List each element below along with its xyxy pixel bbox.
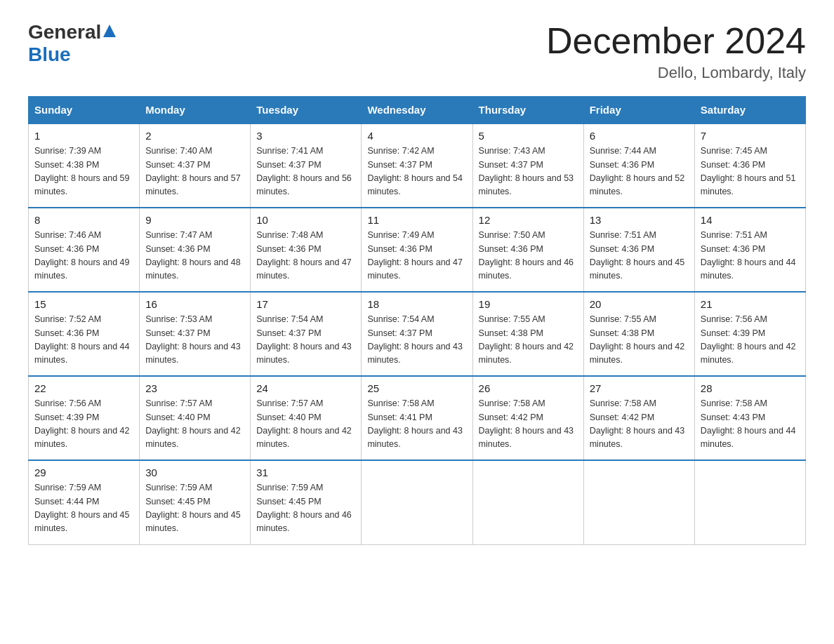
day-number: 17 [256, 298, 355, 310]
month-title: December 2024 [546, 21, 806, 61]
daylight-label: Daylight: 8 hours and 44 minutes. [701, 426, 796, 449]
day-cell: 26 Sunrise: 7:58 AM Sunset: 4:42 PM Dayl… [472, 376, 583, 460]
day-number: 18 [367, 298, 466, 310]
sunset-label: Sunset: 4:39 PM [701, 328, 765, 338]
sunrise-label: Sunrise: 7:50 AM [479, 230, 545, 240]
day-cell [694, 460, 805, 544]
week-row-2: 8 Sunrise: 7:46 AM Sunset: 4:36 PM Dayli… [29, 208, 806, 292]
sunset-label: Sunset: 4:44 PM [34, 497, 99, 507]
day-cell: 24 Sunrise: 7:57 AM Sunset: 4:40 PM Dayl… [251, 376, 362, 460]
sunset-label: Sunset: 4:39 PM [34, 412, 99, 422]
daylight-label: Daylight: 8 hours and 45 minutes. [590, 257, 685, 281]
logo-blue-text: Blue [28, 43, 71, 65]
sunrise-label: Sunrise: 7:48 AM [256, 230, 323, 240]
day-number: 16 [145, 298, 244, 310]
day-info: Sunrise: 7:58 AM Sunset: 4:42 PM Dayligh… [590, 397, 689, 452]
day-cell: 10 Sunrise: 7:48 AM Sunset: 4:36 PM Dayl… [251, 208, 362, 292]
daylight-label: Daylight: 8 hours and 43 minutes. [479, 426, 574, 449]
day-number: 1 [34, 130, 133, 142]
day-number: 27 [590, 382, 689, 394]
sunset-label: Sunset: 4:37 PM [367, 160, 432, 170]
day-info: Sunrise: 7:58 AM Sunset: 4:42 PM Dayligh… [479, 397, 578, 452]
sunset-label: Sunset: 4:36 PM [701, 244, 765, 254]
day-cell: 11 Sunrise: 7:49 AM Sunset: 4:36 PM Dayl… [362, 208, 472, 292]
daylight-label: Daylight: 8 hours and 45 minutes. [145, 510, 241, 533]
sunset-label: Sunset: 4:36 PM [479, 244, 543, 254]
sunrise-label: Sunrise: 7:51 AM [590, 230, 656, 240]
daylight-label: Daylight: 8 hours and 42 minutes. [256, 426, 352, 449]
sunset-label: Sunset: 4:37 PM [367, 328, 432, 338]
svg-marker-0 [103, 25, 116, 37]
daylight-label: Daylight: 8 hours and 43 minutes. [145, 342, 241, 365]
daylight-label: Daylight: 8 hours and 43 minutes. [590, 426, 685, 449]
day-info: Sunrise: 7:57 AM Sunset: 4:40 PM Dayligh… [145, 397, 244, 452]
sunrise-label: Sunrise: 7:54 AM [367, 314, 434, 324]
day-info: Sunrise: 7:45 AM Sunset: 4:36 PM Dayligh… [701, 145, 800, 199]
sunrise-label: Sunrise: 7:43 AM [479, 146, 545, 156]
day-number: 7 [701, 130, 800, 142]
day-info: Sunrise: 7:48 AM Sunset: 4:36 PM Dayligh… [256, 229, 355, 283]
daylight-label: Daylight: 8 hours and 42 minutes. [479, 342, 574, 365]
day-cell: 1 Sunrise: 7:39 AM Sunset: 4:38 PM Dayli… [29, 123, 140, 208]
day-number: 8 [34, 214, 133, 226]
sunset-label: Sunset: 4:36 PM [256, 244, 321, 254]
sunrise-label: Sunrise: 7:58 AM [367, 398, 434, 408]
day-number: 29 [34, 467, 133, 478]
sunrise-label: Sunrise: 7:59 AM [256, 483, 323, 492]
sunset-label: Sunset: 4:36 PM [590, 160, 654, 170]
daylight-label: Daylight: 8 hours and 42 minutes. [590, 342, 685, 365]
day-number: 15 [34, 298, 133, 310]
sunrise-label: Sunrise: 7:57 AM [256, 398, 323, 408]
day-cell: 18 Sunrise: 7:54 AM Sunset: 4:37 PM Dayl… [362, 292, 472, 376]
sunset-label: Sunset: 4:36 PM [367, 244, 432, 254]
daylight-label: Daylight: 8 hours and 56 minutes. [256, 173, 352, 196]
sunset-label: Sunset: 4:37 PM [145, 328, 210, 338]
day-cell: 12 Sunrise: 7:50 AM Sunset: 4:36 PM Dayl… [472, 208, 583, 292]
sunset-label: Sunset: 4:36 PM [34, 244, 99, 254]
sunrise-label: Sunrise: 7:44 AM [590, 146, 656, 156]
col-saturday: Saturday [694, 97, 805, 124]
day-info: Sunrise: 7:58 AM Sunset: 4:41 PM Dayligh… [367, 397, 466, 452]
day-cell: 28 Sunrise: 7:58 AM Sunset: 4:43 PM Dayl… [694, 376, 805, 460]
sunrise-label: Sunrise: 7:59 AM [34, 483, 101, 492]
logo-triangle-icon [103, 25, 116, 40]
sunrise-label: Sunrise: 7:39 AM [34, 146, 101, 156]
sunrise-label: Sunrise: 7:58 AM [590, 398, 656, 408]
logo-top: General [28, 21, 116, 43]
week-row-5: 29 Sunrise: 7:59 AM Sunset: 4:44 PM Dayl… [29, 460, 806, 544]
header-row: Sunday Monday Tuesday Wednesday Thursday… [29, 97, 806, 124]
day-info: Sunrise: 7:55 AM Sunset: 4:38 PM Dayligh… [590, 313, 689, 368]
day-info: Sunrise: 7:59 AM Sunset: 4:44 PM Dayligh… [34, 481, 133, 536]
daylight-label: Daylight: 8 hours and 52 minutes. [590, 173, 685, 196]
day-number: 26 [479, 382, 578, 394]
day-cell: 2 Sunrise: 7:40 AM Sunset: 4:37 PM Dayli… [140, 123, 251, 208]
day-cell: 27 Sunrise: 7:58 AM Sunset: 4:42 PM Dayl… [583, 376, 694, 460]
logo-general-text: General [28, 21, 101, 43]
day-info: Sunrise: 7:56 AM Sunset: 4:39 PM Dayligh… [701, 313, 800, 368]
day-number: 2 [145, 130, 244, 142]
col-thursday: Thursday [472, 97, 583, 124]
day-number: 12 [479, 214, 578, 226]
day-info: Sunrise: 7:57 AM Sunset: 4:40 PM Dayligh… [256, 397, 355, 452]
sunrise-label: Sunrise: 7:58 AM [479, 398, 545, 408]
day-info: Sunrise: 7:50 AM Sunset: 4:36 PM Dayligh… [479, 229, 578, 283]
day-number: 21 [701, 298, 800, 310]
daylight-label: Daylight: 8 hours and 43 minutes. [256, 342, 352, 365]
day-cell: 29 Sunrise: 7:59 AM Sunset: 4:44 PM Dayl… [29, 460, 140, 544]
sunset-label: Sunset: 4:45 PM [256, 497, 321, 507]
title-block: December 2024 Dello, Lombardy, Italy [546, 21, 806, 82]
daylight-label: Daylight: 8 hours and 43 minutes. [367, 342, 463, 365]
day-cell: 5 Sunrise: 7:43 AM Sunset: 4:37 PM Dayli… [472, 123, 583, 208]
logo: General Blue [28, 21, 116, 66]
day-info: Sunrise: 7:51 AM Sunset: 4:36 PM Dayligh… [590, 229, 689, 283]
day-info: Sunrise: 7:59 AM Sunset: 4:45 PM Dayligh… [145, 481, 244, 536]
sunset-label: Sunset: 4:42 PM [479, 412, 543, 422]
sunset-label: Sunset: 4:38 PM [479, 328, 543, 338]
day-cell: 23 Sunrise: 7:57 AM Sunset: 4:40 PM Dayl… [140, 376, 251, 460]
sunset-label: Sunset: 4:36 PM [145, 244, 210, 254]
sunset-label: Sunset: 4:45 PM [145, 497, 210, 507]
daylight-label: Daylight: 8 hours and 42 minutes. [34, 426, 130, 449]
daylight-label: Daylight: 8 hours and 53 minutes. [479, 173, 574, 196]
sunset-label: Sunset: 4:40 PM [256, 412, 321, 422]
sunrise-label: Sunrise: 7:56 AM [34, 398, 101, 408]
